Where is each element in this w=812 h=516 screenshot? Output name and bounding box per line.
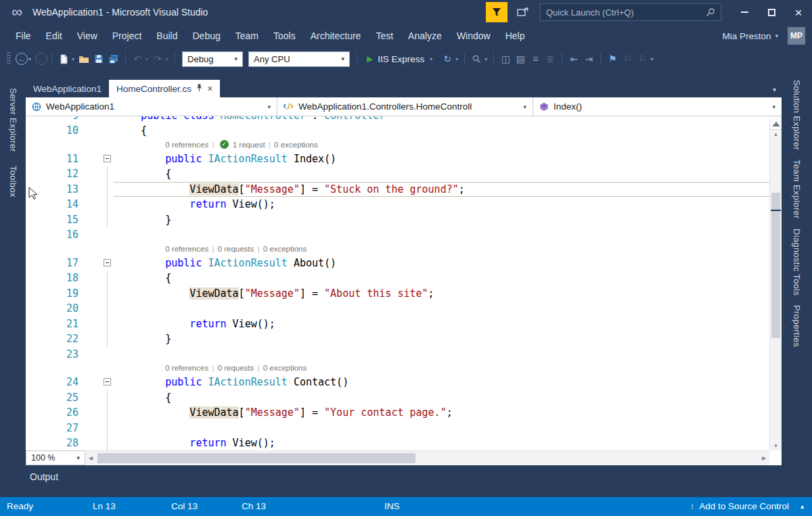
increase-indent-icon[interactable]: ⇥ — [581, 51, 596, 66]
solution-configurations-dropdown[interactable]: Debug ▾ — [182, 51, 243, 67]
pin-icon[interactable] — [196, 84, 202, 94]
minimize-button[interactable] — [731, 0, 758, 24]
previous-bookmark-icon[interactable]: ⚐ — [620, 51, 635, 66]
menu-edit[interactable]: Edit — [39, 30, 70, 41]
tool-tab-server-explorer[interactable]: Server Explorer — [8, 88, 18, 152]
code-line[interactable]: 24public IActionResult Contact() — [26, 375, 769, 390]
code-line[interactable]: 15} — [26, 212, 769, 228]
project-dropdown[interactable]: WebApplication1 ▾ — [26, 97, 277, 116]
add-to-source-control-button[interactable]: ↑ Add to Source Control — [690, 497, 789, 516]
quick-launch[interactable]: Quick Launch (Ctrl+Q) — [540, 3, 721, 21]
open-file-icon[interactable] — [76, 51, 91, 66]
notifications-icon[interactable] — [486, 2, 508, 22]
member-dropdown[interactable]: Index() ▾ — [533, 97, 782, 116]
fold-collapse-icon[interactable] — [104, 378, 111, 385]
comment-lines-icon[interactable]: ≡ — [528, 51, 543, 66]
code-line[interactable]: 9public class HomeController : Controlle… — [26, 116, 769, 123]
code-line[interactable]: 13ViewData["Message"] = "Stuck on the gr… — [26, 182, 769, 197]
save-icon[interactable] — [91, 51, 106, 66]
decrease-indent-icon[interactable]: ⇤ — [566, 51, 581, 66]
navigate-back-icon[interactable]: ← — [16, 53, 28, 65]
document-tab-webapplication1[interactable]: WebApplication1 — [26, 80, 109, 97]
redo-icon[interactable]: ↷ — [150, 51, 165, 66]
menu-team[interactable]: Team — [228, 30, 266, 41]
uncomment-lines-icon[interactable]: ≣ — [543, 51, 558, 66]
codelens-row[interactable]: 0 references | ✓ 1 request | 0 exception… — [26, 139, 769, 151]
menu-analyze[interactable]: Analyze — [401, 30, 449, 41]
solution-platforms-dropdown[interactable]: Any CPU ▾ — [248, 51, 350, 67]
properties-window-icon[interactable]: ▤ — [513, 51, 528, 66]
code-line[interactable]: 21return View(); — [26, 316, 769, 332]
code-line[interactable]: 28return View(); — [26, 436, 769, 450]
tab-overflow-icon[interactable]: ▾ — [773, 86, 776, 93]
toolbar-overflow-icon[interactable]: ▾ — [650, 56, 653, 62]
next-bookmark-icon[interactable]: ⚐ — [635, 51, 650, 66]
code-line[interactable]: 19ViewData["Message"] = "About this site… — [26, 286, 769, 302]
find-dropdown-icon[interactable]: ▾ — [484, 56, 487, 62]
code-lines[interactable]: 9public class HomeController : Controlle… — [26, 116, 769, 450]
code-line[interactable]: 16 — [26, 227, 769, 243]
fold-collapse-icon[interactable] — [104, 259, 111, 266]
vertical-scroll-thumb[interactable] — [771, 193, 780, 338]
save-all-icon[interactable] — [106, 51, 121, 66]
menu-tools[interactable]: Tools — [266, 30, 303, 41]
maximize-button[interactable] — [758, 0, 785, 24]
menu-file[interactable]: File — [8, 30, 39, 41]
vertical-scrollbar[interactable]: ▲ ▼ — [769, 116, 782, 450]
menu-build[interactable]: Build — [149, 30, 185, 41]
menu-architecture[interactable]: Architecture — [303, 30, 369, 41]
toolbar-grip[interactable] — [7, 52, 11, 66]
code-line[interactable]: 10{ — [26, 123, 769, 139]
scroll-up-icon[interactable]: ▲ — [770, 131, 782, 137]
navigate-forward-icon[interactable]: → — [35, 53, 47, 65]
solution-explorer-sync-icon[interactable]: ◫ — [498, 51, 513, 66]
menu-debug[interactable]: Debug — [185, 30, 228, 41]
code-line[interactable]: 14return View(); — [26, 197, 769, 212]
new-file-icon[interactable] — [56, 51, 71, 66]
code-line[interactable]: 22} — [26, 331, 769, 347]
scroll-left-icon[interactable]: ◀ — [85, 451, 96, 465]
refresh-icon[interactable]: ↻ — [440, 51, 455, 66]
avatar[interactable]: MP — [788, 27, 805, 45]
start-debug-button[interactable]: ▶ IIS Express ▾ — [367, 54, 434, 64]
output-panel-title[interactable]: Output — [30, 471, 58, 482]
back-dropdown-icon[interactable]: ▾ — [28, 56, 31, 62]
tool-tab-team-explorer[interactable]: Team Explorer — [792, 160, 802, 219]
refresh-dropdown-icon[interactable]: ▾ — [455, 56, 458, 62]
code-line[interactable]: 17public IActionResult About() — [26, 256, 769, 271]
tool-tab-diagnostic-tools[interactable]: Diagnostic Tools — [792, 229, 802, 296]
fold-collapse-icon[interactable] — [104, 155, 111, 162]
codelens-row[interactable]: 0 references | 0 requests | 0 exceptions — [26, 243, 769, 256]
codelens-row[interactable]: 0 references | 0 requests | 0 exceptions — [26, 362, 769, 375]
code-line[interactable]: 25{ — [26, 390, 769, 406]
toggle-bookmark-icon[interactable]: ⚑ — [605, 51, 620, 66]
scroll-right-icon[interactable]: ▶ — [759, 451, 769, 465]
feedback-icon[interactable] — [514, 3, 532, 21]
code-line[interactable]: 12{ — [26, 166, 769, 182]
close-tab-icon[interactable]: × — [207, 84, 212, 93]
menu-view[interactable]: View — [70, 30, 105, 41]
find-in-files-icon[interactable] — [469, 51, 484, 66]
code-line[interactable]: 27 — [26, 421, 769, 436]
zoom-control[interactable]: 100 % ▾ — [26, 450, 85, 465]
code-line[interactable]: 20 — [26, 301, 769, 316]
redo-dropdown-icon[interactable]: ▾ — [166, 56, 168, 62]
menu-help[interactable]: Help — [498, 30, 533, 41]
horizontal-scroll-thumb[interactable] — [97, 453, 415, 463]
scroll-down-icon[interactable]: ▼ — [770, 443, 782, 449]
code-line[interactable]: 11public IActionResult Index() — [26, 151, 769, 167]
code-line[interactable]: 18{ — [26, 271, 769, 286]
tool-tab-solution-explorer[interactable]: Solution Explorer — [792, 80, 802, 150]
menu-project[interactable]: Project — [105, 30, 150, 41]
new-file-dropdown-icon[interactable]: ▾ — [72, 56, 74, 62]
splitter-grip-icon[interactable] — [770, 116, 782, 130]
menu-test[interactable]: Test — [368, 30, 401, 41]
code-line[interactable]: 23 — [26, 347, 769, 362]
user-menu[interactable]: Mia Preston ▾ — [722, 31, 778, 41]
undo-icon[interactable]: ↶ — [130, 51, 145, 66]
undo-dropdown-icon[interactable]: ▾ — [145, 56, 148, 62]
type-dropdown[interactable]: WebApplication1.Controllers.HomeControll… — [277, 97, 533, 116]
close-button[interactable]: × — [785, 0, 812, 24]
code-line[interactable]: 26ViewData["Message"] = "Your contact pa… — [26, 405, 769, 421]
menu-window[interactable]: Window — [449, 30, 498, 41]
